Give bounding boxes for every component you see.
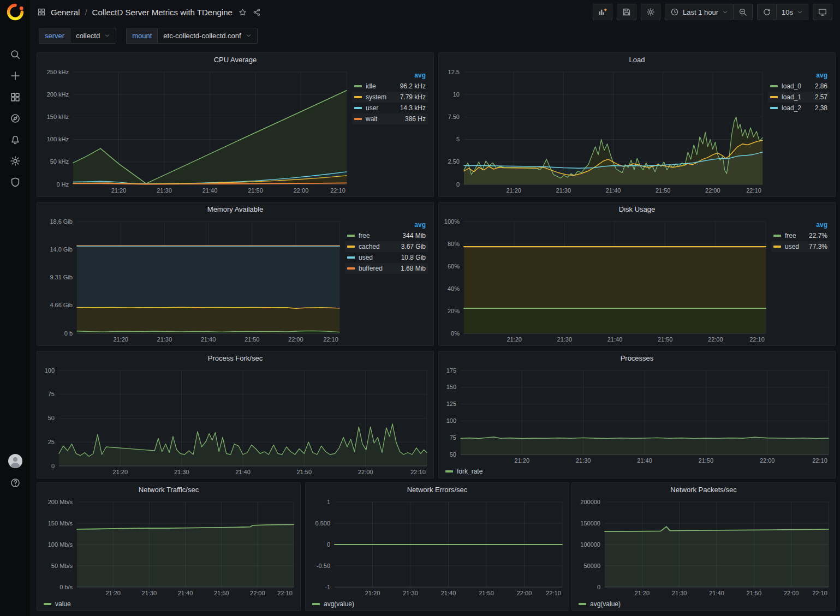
legend: value (39, 598, 298, 609)
panel-title[interactable]: Process Fork/sec (208, 354, 263, 362)
legend-item-free[interactable]: free22.7% (771, 230, 830, 241)
svg-text:21:20: 21:20 (105, 590, 121, 596)
legend-series-name: buffered (359, 265, 383, 272)
series-color-dash (347, 246, 355, 248)
zoom-out-button[interactable] (733, 4, 753, 20)
time-series-chart[interactable]: 025507510021:2021:3021:4021:5022:0022:10 (39, 365, 431, 477)
legend-item-user[interactable]: user14.3 kHz (352, 103, 428, 113)
legend-item-avg(value)[interactable]: avg(value) (324, 600, 354, 608)
panel-header[interactable]: Process Fork/sec (37, 351, 433, 365)
legend-item-used[interactable]: used10.8 Gib (345, 252, 428, 263)
svg-text:22:00: 22:00 (784, 590, 799, 596)
help-icon (10, 477, 21, 488)
svg-text:22:00: 22:00 (705, 187, 720, 194)
star-icon[interactable] (239, 8, 247, 16)
grafana-logo[interactable] (7, 3, 24, 21)
sidebar-item-server-admin[interactable] (10, 177, 21, 188)
time-series-chart[interactable]: 02.5057.501012.521:2021:3021:4021:5022:0… (441, 67, 767, 195)
panel-title[interactable]: Network Packets/sec (670, 486, 736, 494)
legend: avgidle96.2 kHzsystem7.79 kHzuser14.3 kH… (351, 67, 431, 195)
add-panel-button[interactable] (593, 4, 612, 20)
legend-avg-header[interactable]: avg (345, 220, 428, 230)
legend-item-used[interactable]: used77.3% (771, 241, 830, 252)
legend: avgload_02.86load_12.57load_22.38 (767, 67, 833, 195)
sidebar-item-profile[interactable] (8, 454, 22, 468)
sidebar-item-explore[interactable] (10, 113, 21, 124)
breadcrumb-folder[interactable]: General (51, 8, 80, 17)
panel-header[interactable]: Disk Usage (439, 202, 835, 216)
panel-title[interactable]: Network Errors/sec (407, 486, 468, 494)
svg-text:21:30: 21:30 (157, 336, 172, 343)
legend-item-system[interactable]: system7.79 kHz (352, 92, 428, 103)
svg-text:21:50: 21:50 (699, 457, 714, 464)
sidebar-item-dashboards[interactable] (10, 92, 21, 103)
variable-mount-dropdown[interactable]: etc-collectd-collectd.conf (157, 28, 257, 44)
svg-text:21:20: 21:20 (113, 336, 128, 343)
time-series-chart[interactable]: 0 b/s50 Mb/s100 Mb/s150 Mb/s200 Mb/s21:2… (39, 497, 298, 598)
time-series-chart[interactable]: 05000010000015000020000021:2021:3021:402… (574, 497, 833, 598)
svg-text:150000: 150000 (580, 520, 600, 527)
variable-server-dropdown[interactable]: collectd (70, 28, 116, 44)
svg-text:200000: 200000 (580, 499, 600, 505)
svg-text:21:50: 21:50 (658, 336, 673, 343)
panel-network-traffic: Network Traffic/sec 0 b/s50 Mb/s100 Mb/s… (37, 482, 301, 611)
share-icon[interactable] (253, 8, 261, 16)
cycle-view-button[interactable] (813, 4, 832, 20)
legend-series-name: cached (359, 243, 380, 250)
page-title[interactable]: CollectD Server Metrics with TDengine (92, 8, 233, 17)
sidebar-item-configuration[interactable] (10, 156, 21, 166)
time-series-chart[interactable]: 507510012515017521:2021:3021:4021:5022:0… (441, 365, 833, 465)
svg-text:5: 5 (456, 136, 460, 142)
legend-item-free[interactable]: free344 Mib (345, 230, 428, 241)
time-series-chart[interactable]: 0 Hz50 kHz100 kHz150 kHz200 kHz250 kHz21… (39, 67, 351, 195)
svg-text:0 b/s: 0 b/s (59, 584, 73, 590)
svg-text:21:20: 21:20 (515, 457, 530, 464)
panel-header[interactable]: CPU Average (37, 53, 433, 67)
panel-title[interactable]: Memory Available (207, 205, 263, 213)
series-color-dash (773, 235, 781, 237)
legend-item-wait[interactable]: wait386 Hz (352, 113, 428, 124)
legend-item-load_1[interactable]: load_12.57 (768, 92, 830, 103)
panel-header[interactable]: Network Errors/sec (306, 483, 569, 497)
panel-header[interactable]: Memory Available (37, 202, 433, 216)
time-series-chart[interactable]: -1-0.5000.500121:2021:3021:4021:5022:002… (308, 497, 567, 598)
legend-item-fork_rate[interactable]: fork_rate (457, 468, 482, 475)
legend-item-idle[interactable]: idle96.2 kHz (352, 81, 428, 92)
panel-title[interactable]: Load (629, 56, 645, 64)
panel-title[interactable]: CPU Average (214, 56, 257, 64)
dashboard-grid-icon[interactable] (37, 8, 46, 16)
legend-item-cached[interactable]: cached3.67 Gib (345, 241, 428, 252)
legend-item-avg(value)[interactable]: avg(value) (590, 600, 621, 608)
dashboard-settings-button[interactable] (641, 4, 660, 20)
legend-series-name: wait (366, 115, 377, 123)
sidebar-item-help[interactable] (10, 477, 21, 488)
refresh-interval-dropdown[interactable]: 10s (776, 4, 808, 20)
panel-header[interactable]: Network Packets/sec (572, 483, 835, 497)
add-panel-icon (598, 8, 607, 16)
refresh-button[interactable] (757, 4, 777, 20)
legend-avg-header[interactable]: avg (771, 220, 830, 230)
legend-item-buffered[interactable]: buffered1.68 Mib (345, 263, 428, 274)
legend-avg-header[interactable]: avg (768, 71, 830, 81)
panel-title[interactable]: Disk Usage (619, 205, 655, 213)
legend-item-value[interactable]: value (55, 600, 71, 608)
panel-header[interactable]: Load (439, 53, 835, 67)
time-series-chart[interactable]: 0 b4.66 Gib9.31 Gib14.0 Gib18.6 Gib21:20… (39, 216, 344, 344)
panel-header[interactable]: Processes (439, 351, 835, 365)
sidebar-item-search[interactable] (10, 49, 21, 60)
svg-text:22:10: 22:10 (749, 336, 765, 343)
time-range-picker[interactable]: Last 1 hour (665, 4, 734, 20)
legend-avg-header[interactable]: avg (352, 71, 428, 81)
svg-text:100 kHz: 100 kHz (47, 136, 69, 142)
save-dashboard-button[interactable] (617, 4, 636, 20)
sidebar-item-alerting[interactable] (10, 134, 21, 145)
time-series-chart[interactable]: 0%20%40%60%80%100%21:2021:3021:4021:5022… (441, 216, 770, 344)
legend-series-avg-value: 10.8 Gib (396, 254, 426, 261)
legend-item-load_0[interactable]: load_02.86 (768, 81, 830, 92)
svg-text:0: 0 (51, 463, 55, 469)
sidebar-item-create[interactable] (10, 70, 21, 81)
panel-header[interactable]: Network Traffic/sec (37, 483, 300, 497)
panel-title[interactable]: Network Traffic/sec (139, 486, 199, 494)
legend-item-load_2[interactable]: load_22.38 (768, 103, 830, 113)
panel-title[interactable]: Processes (621, 354, 654, 362)
